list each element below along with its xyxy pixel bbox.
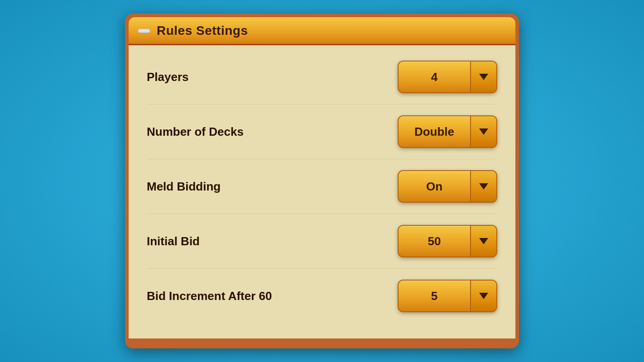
setting-row-meld-bidding: Meld BiddingOn [147, 159, 497, 214]
setting-row-players: Players4 [147, 50, 497, 105]
chevron-down-icon [479, 293, 488, 299]
dropdown-arrow-number-of-decks[interactable] [471, 116, 496, 147]
setting-row-initial-bid: Initial Bid50 [147, 214, 497, 269]
dropdown-meld-bidding[interactable]: On [398, 170, 497, 203]
dropdown-arrow-players[interactable] [471, 62, 496, 92]
minimize-icon[interactable] [138, 29, 150, 33]
rules-settings-dialog: Rules Settings Players4Number of DecksDo… [125, 14, 519, 348]
chevron-down-icon [479, 74, 488, 80]
dialog-inner: Rules Settings Players4Number of DecksDo… [129, 17, 515, 345]
chevron-down-icon [479, 238, 488, 244]
dropdown-value-bid-increment-after-60: 5 [399, 281, 471, 311]
dropdown-value-players: 4 [399, 62, 471, 92]
dropdown-value-initial-bid: 50 [399, 226, 471, 257]
label-number-of-decks: Number of Decks [147, 125, 244, 139]
dropdown-players[interactable]: 4 [398, 61, 497, 93]
settings-content: Players4Number of DecksDoubleMeld Biddin… [129, 45, 515, 338]
label-initial-bid: Initial Bid [147, 234, 200, 248]
title-bar: Rules Settings [129, 17, 515, 45]
chevron-down-icon [479, 129, 488, 135]
dropdown-arrow-initial-bid[interactable] [471, 226, 496, 257]
dialog-title: Rules Settings [157, 24, 248, 38]
dropdown-value-number-of-decks: Double [399, 116, 471, 147]
setting-row-bid-increment-after-60: Bid Increment After 605 [147, 269, 497, 323]
dropdown-arrow-meld-bidding[interactable] [471, 171, 496, 202]
dropdown-bid-increment-after-60[interactable]: 5 [398, 280, 497, 312]
bottom-bar [129, 338, 515, 345]
dropdown-value-meld-bidding: On [399, 171, 471, 202]
label-bid-increment-after-60: Bid Increment After 60 [147, 289, 272, 303]
label-players: Players [147, 70, 189, 84]
dropdown-number-of-decks[interactable]: Double [398, 115, 497, 148]
dropdown-arrow-bid-increment-after-60[interactable] [471, 281, 496, 311]
label-meld-bidding: Meld Bidding [147, 180, 221, 194]
chevron-down-icon [479, 183, 488, 190]
dropdown-initial-bid[interactable]: 50 [398, 225, 497, 257]
setting-row-number-of-decks: Number of DecksDouble [147, 105, 497, 159]
